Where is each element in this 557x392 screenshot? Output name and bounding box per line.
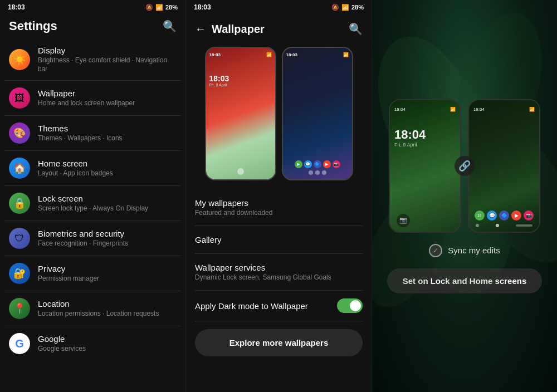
preview-lock-icons: 📶 bbox=[266, 52, 272, 57]
lock-subtitle: Screen lock type · Always On Display bbox=[38, 204, 177, 213]
large-nav-1 bbox=[476, 224, 479, 227]
themes-text: Themes Themes · Wallpapers · Icons bbox=[38, 124, 177, 143]
dark-mode-label: Apply Dark mode to Wallpaper bbox=[195, 301, 308, 311]
search-icon-wallpaper[interactable]: 🔍 bbox=[349, 22, 363, 36]
battery-label-1: 28% bbox=[165, 4, 178, 11]
preview-lock-status: 18:03 📶 18:03 Fri, 9 April bbox=[209, 52, 272, 87]
mute-icon: 🔕 bbox=[145, 4, 153, 11]
location-icon: 📍 bbox=[9, 298, 30, 319]
settings-item-wallpaper[interactable]: 🖼 Wallpaper Home and lock screen wallpap… bbox=[4, 82, 181, 114]
large-nav-bar bbox=[516, 224, 532, 227]
google-subtitle: Google services bbox=[38, 345, 177, 354]
wallpaper-previews: 18:03 📶 18:03 Fri, 9 April 18:03 📶 bbox=[186, 41, 372, 189]
settings-header: Settings 🔍 bbox=[0, 14, 185, 40]
mute-icon-2: 🔕 bbox=[331, 4, 339, 11]
wallpaper-services-item[interactable]: Wallpaper services Dynamic Lock screen, … bbox=[195, 254, 363, 291]
wallpaper-text: Wallpaper Home and lock screen wallpaper bbox=[38, 89, 177, 108]
large-preview-phones: 18:04 📶 18:04 Fri, 9 April 📷 🔗 bbox=[389, 99, 540, 233]
large-lock-date: Fri, 9 April bbox=[394, 142, 456, 148]
gallery-item[interactable]: Gallery bbox=[195, 226, 363, 254]
privacy-subtitle: Permission manager bbox=[38, 275, 177, 283]
home-app-3: 🔷 bbox=[499, 210, 509, 220]
settings-item-biometrics[interactable]: 🛡 Biometrics and security Face recogniti… bbox=[4, 222, 181, 254]
wallpaper-panel: 18:03 🔕 📶 28% ← Wallpaper 🔍 18:03 📶 18:0… bbox=[185, 0, 372, 392]
settings-list: ☀️ Display Brightness · Eye comfort shie… bbox=[0, 40, 185, 392]
settings-item-privacy[interactable]: 🔐 Privacy Permission manager bbox=[4, 257, 181, 290]
search-icon-settings[interactable]: 🔍 bbox=[163, 19, 177, 33]
home-subtitle: Layout · App icon badges bbox=[38, 169, 177, 178]
home-screen-preview[interactable]: 18:03 📶 ▶ 💬 🔷 ▶ 📷 bbox=[282, 47, 353, 180]
settings-item-themes[interactable]: 🎨 Themes Themes · Wallpapers · Icons bbox=[4, 117, 181, 149]
wallpaper-services-subtitle: Dynamic Lock screen, Samsung Global Goal… bbox=[195, 273, 363, 281]
biometrics-icon: 🛡 bbox=[9, 228, 30, 249]
lock-text: Lock screen Screen lock type · Always On… bbox=[38, 194, 177, 213]
back-button[interactable]: ← bbox=[195, 23, 206, 36]
settings-title: Settings bbox=[9, 19, 57, 33]
location-text: Location Location permissions · Location… bbox=[38, 299, 177, 318]
wallpaper-icon: 🖼 bbox=[9, 87, 30, 109]
status-icons-1: 🔕 📶 28% bbox=[145, 4, 178, 11]
preview-lock-big-time: 18:03 bbox=[209, 74, 272, 83]
preview-home-status: 18:03 📶 bbox=[286, 52, 349, 57]
settings-item-location[interactable]: 📍 Location Location permissions · Locati… bbox=[4, 292, 181, 325]
preview-nav-3 bbox=[322, 170, 326, 175]
set-screens-button[interactable]: Set on Lock and Home screens bbox=[387, 268, 543, 293]
my-wallpapers-item[interactable]: My wallpapers Featured and downloaded bbox=[195, 189, 363, 226]
privacy-text: Privacy Permission manager bbox=[38, 264, 177, 283]
large-lock-time: 18:04 bbox=[394, 128, 456, 142]
dark-mode-row: Apply Dark mode to Wallpaper bbox=[195, 291, 363, 321]
wallpaper-services-title: Wallpaper services bbox=[195, 263, 363, 272]
location-title: Location bbox=[38, 299, 177, 308]
home-screen-icon: 🏠 bbox=[9, 158, 30, 179]
biometrics-title: Biometrics and security bbox=[38, 229, 177, 238]
preview-app-1: ▶ bbox=[295, 160, 302, 168]
large-lock-bottom: 📷 bbox=[394, 214, 456, 227]
gallery-title: Gallery bbox=[195, 235, 363, 244]
home-app-5: 📷 bbox=[524, 210, 534, 220]
home-text: Home screen Layout · App icon badges bbox=[38, 159, 177, 178]
status-time-1: 18:03 bbox=[8, 3, 25, 11]
preview-home-icons: 📶 bbox=[343, 52, 349, 57]
biometrics-text: Biometrics and security Face recognition… bbox=[38, 229, 177, 248]
privacy-icon: 🔐 bbox=[9, 263, 30, 284]
wallpaper-title: Wallpaper bbox=[38, 89, 177, 98]
display-subtitle: Brightness · Eye comfort shield · Naviga… bbox=[38, 56, 177, 74]
home-title: Home screen bbox=[38, 159, 177, 168]
preview-nav-2 bbox=[315, 170, 320, 175]
display-icon: ☀️ bbox=[9, 49, 30, 70]
settings-item-display[interactable]: ☀️ Display Brightness · Eye comfort shie… bbox=[4, 40, 181, 79]
preview-home-bottom: ▶ 💬 🔷 ▶ 📷 bbox=[286, 160, 349, 175]
display-text: Display Brightness · Eye comfort shield … bbox=[38, 46, 177, 74]
my-wallpapers-title: My wallpapers bbox=[195, 198, 363, 208]
google-icon: G bbox=[9, 333, 30, 354]
status-bar-1: 18:03 🔕 📶 28% bbox=[0, 0, 185, 14]
large-lock-preview[interactable]: 18:04 📶 18:04 Fri, 9 April 📷 bbox=[389, 99, 461, 233]
privacy-title: Privacy bbox=[38, 264, 177, 273]
status-icons-2: 🔕 📶 28% bbox=[331, 4, 364, 11]
display-title: Display bbox=[38, 46, 177, 55]
settings-panel: 18:03 🔕 📶 28% Settings 🔍 ☀️ Display Brig… bbox=[0, 0, 185, 392]
sync-label: Sync my edits bbox=[448, 246, 500, 255]
large-home-status-time: 18:04 bbox=[473, 107, 485, 112]
google-title: Google bbox=[38, 334, 177, 344]
dark-mode-toggle[interactable] bbox=[337, 298, 363, 313]
google-text: Google Google services bbox=[38, 334, 177, 354]
preview-home-time: 18:03 bbox=[286, 52, 297, 57]
explore-wallpapers-button[interactable]: Explore more wallpapers bbox=[195, 329, 363, 356]
sync-check-icon: ✓ bbox=[429, 244, 442, 257]
preview-lock-date: Fri, 9 April bbox=[209, 83, 272, 87]
settings-item-lock[interactable]: 🔒 Lock screen Screen lock type · Always … bbox=[4, 187, 181, 219]
settings-item-home[interactable]: 🏠 Home screen Layout · App icon badges bbox=[4, 152, 181, 184]
large-lock-status-time: 18:04 bbox=[394, 107, 405, 112]
wallpaper-menu: My wallpapers Featured and downloaded Ga… bbox=[186, 189, 372, 392]
status-time-2: 18:03 bbox=[194, 3, 211, 11]
large-lock-top: 18:04 📶 18:04 Fri, 9 April bbox=[394, 107, 456, 148]
preview-nav-1 bbox=[309, 170, 313, 175]
large-home-preview[interactable]: 18:04 📶 G 💬 🔷 ▶ 📷 bbox=[468, 99, 540, 233]
my-wallpapers-subtitle: Featured and downloaded bbox=[195, 209, 363, 217]
large-home-status-icons: 📶 bbox=[529, 107, 535, 112]
preview-lock-time: 18:03 bbox=[209, 52, 221, 57]
lock-screen-preview[interactable]: 18:03 📶 18:03 Fri, 9 April bbox=[205, 47, 276, 180]
settings-item-google[interactable]: G Google Google services bbox=[4, 327, 181, 360]
preview-panel: 18:04 📶 18:04 Fri, 9 April 📷 🔗 bbox=[372, 0, 557, 392]
